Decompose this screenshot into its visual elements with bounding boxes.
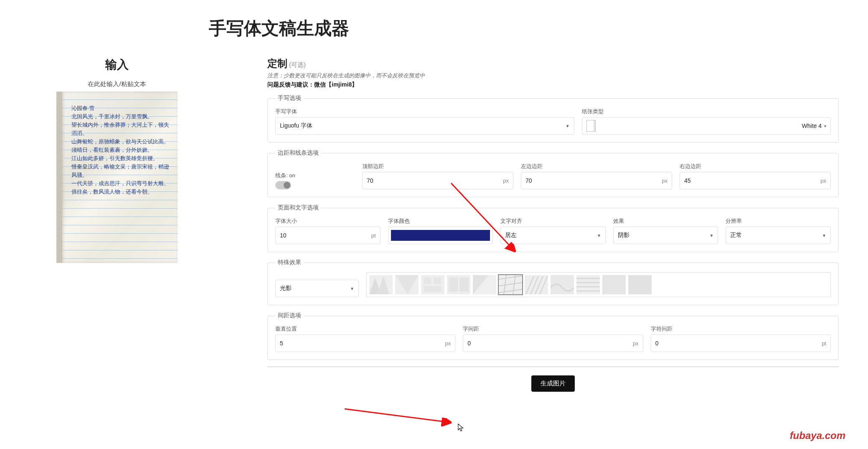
margin-top-input[interactable]: 70px xyxy=(362,172,513,189)
word-spacing-label: 字间距 xyxy=(463,325,643,333)
customize-heading: 定制 xyxy=(267,57,287,70)
fontcolor-label: 字体颜色 xyxy=(388,217,493,225)
shadow-option-4[interactable] xyxy=(473,275,496,294)
preview-notebook[interactable]: 沁园春·雪 北国风光，千里冰封，万里雪飘。 望长城内外，惟余莽莽；大河上下，顿失… xyxy=(56,92,178,263)
shadow-option-1[interactable] xyxy=(395,275,419,294)
svg-line-15 xyxy=(526,276,534,294)
margins-fieldset: 边距和线条选项 线条: on 顶部边距 70px 左边边距 xyxy=(267,149,839,197)
font-label: 手写字体 xyxy=(275,108,574,115)
chevron-down-icon: ▼ xyxy=(709,233,713,238)
margin-right-label: 右边边距 xyxy=(680,163,831,170)
svg-line-14 xyxy=(513,275,515,294)
shadow-option-6[interactable] xyxy=(525,275,548,294)
chevron-down-icon: ▼ xyxy=(566,124,570,128)
handwriting-fieldset: 手写选项 手写字体 Liguofu 字体 ▼ 纸张类型 White 4 ▾ xyxy=(267,94,839,143)
customize-optional: (可选) xyxy=(289,61,306,69)
paper-value: White 4 xyxy=(596,122,822,129)
paper-thumb-icon xyxy=(586,120,596,132)
page-fieldset: 页面和文字选项 字体大小 10pt 字体颜色 文字对齐 xyxy=(267,204,839,252)
shadow-option-3[interactable] xyxy=(447,275,470,294)
paper-label: 纸张类型 xyxy=(582,108,831,115)
input-column: 输入 在此处输入/粘贴文本 沁园春·雪 北国风光，千里冰封，万里雪飘。 望长城内… xyxy=(29,57,205,263)
special-legend: 特殊效果 xyxy=(275,259,304,266)
special-fieldset: 特殊效果 光影▼ xyxy=(267,259,839,305)
margins-legend: 边距和线条选项 xyxy=(275,149,321,157)
preview-text: 沁园春·雪 北国风光，千里冰封，万里雪飘。 望长城内外，惟余莽莽；大河上下，顿失… xyxy=(71,104,170,196)
effect-label: 效果 xyxy=(613,217,718,225)
svg-rect-5 xyxy=(424,286,441,292)
chevron-down-icon: ▼ xyxy=(597,233,601,238)
svg-line-16 xyxy=(530,276,538,294)
customize-note: 注意：少数更改可能只反映在生成的图像中，而不会反映在预览中 xyxy=(267,72,839,79)
feedback-value: 微信【imjimi8】 xyxy=(314,81,358,88)
letter-spacing-label: 字符间距 xyxy=(651,325,831,333)
align-label: 文字对齐 xyxy=(500,217,606,225)
fontsize-input[interactable]: 10pt xyxy=(275,227,381,244)
svg-line-12 xyxy=(499,289,522,293)
align-select[interactable]: 居左▼ xyxy=(500,227,606,244)
shadow-option-7[interactable] xyxy=(551,275,574,294)
fontsize-label: 字体大小 xyxy=(275,217,381,225)
margin-left-input[interactable]: 70px xyxy=(521,172,672,189)
shadow-option-0[interactable] xyxy=(369,275,393,294)
resolution-select[interactable]: 正常▼ xyxy=(726,227,831,244)
chevron-down-icon: ▾ xyxy=(824,124,826,128)
margin-right-input[interactable]: 45px xyxy=(680,172,831,189)
spacing-legend: 间距选项 xyxy=(275,312,304,319)
watermark: fubaya.com xyxy=(790,430,845,441)
shadow-option-5[interactable] xyxy=(499,275,522,294)
lines-toggle[interactable] xyxy=(275,181,291,189)
separator xyxy=(267,367,839,367)
effect-select[interactable]: 阴影▼ xyxy=(613,227,718,244)
vpos-label: 垂直位置 xyxy=(275,325,455,333)
resolution-label: 分辨率 xyxy=(726,217,831,225)
svg-line-18 xyxy=(540,276,548,294)
margin-top-label: 顶部边距 xyxy=(362,163,513,170)
feedback-label: 问题反馈与建议： xyxy=(267,81,314,88)
svg-rect-3 xyxy=(424,278,431,284)
handwriting-legend: 手写选项 xyxy=(275,94,304,102)
paper-select[interactable]: White 4 ▾ xyxy=(582,117,831,135)
shadow-option-9[interactable] xyxy=(602,275,626,294)
fontcolor-input[interactable] xyxy=(388,227,493,244)
input-subtitle: 在此处输入/粘贴文本 xyxy=(29,80,205,88)
svg-rect-6 xyxy=(449,278,458,292)
shadow-option-2[interactable] xyxy=(421,275,444,294)
svg-line-11 xyxy=(499,283,522,286)
svg-marker-1 xyxy=(378,276,389,294)
feedback-line: 问题反馈与建议：微信【imjimi8】 xyxy=(267,81,839,89)
word-spacing-input[interactable]: 0px xyxy=(463,334,643,352)
font-value: Liguofu 字体 xyxy=(280,122,563,130)
page-legend: 页面和文字选项 xyxy=(275,204,321,212)
font-select[interactable]: Liguofu 字体 ▼ xyxy=(275,117,574,135)
fontcolor-swatch xyxy=(391,230,490,241)
cursor-icon xyxy=(457,423,465,432)
svg-rect-7 xyxy=(459,278,469,292)
svg-rect-24 xyxy=(602,275,626,294)
svg-marker-2 xyxy=(395,275,419,294)
margin-left-label: 左边边距 xyxy=(521,163,672,170)
shadow-option-8[interactable] xyxy=(576,275,600,294)
lines-label: 线条: on xyxy=(275,172,355,179)
svg-line-10 xyxy=(499,276,522,279)
chevron-down-icon: ▼ xyxy=(350,286,354,291)
generate-button[interactable]: 生成图片 xyxy=(531,375,575,392)
letter-spacing-input[interactable]: 0pt xyxy=(651,334,831,352)
input-heading: 输入 xyxy=(29,57,205,73)
customize-column: 定制 (可选) 注意：少数更改可能只反映在生成的图像中，而不会反映在预览中 问题… xyxy=(205,57,839,392)
svg-rect-4 xyxy=(434,278,441,284)
shadow-option-10[interactable] xyxy=(628,275,652,294)
annotation-arrow-2 xyxy=(343,405,455,426)
svg-line-27 xyxy=(345,409,449,422)
special-select[interactable]: 光影▼ xyxy=(275,280,359,297)
svg-rect-25 xyxy=(628,275,652,294)
spacing-fieldset: 间距选项 垂直位置 5px 字间距 0px 字符间距 xyxy=(267,312,839,360)
vpos-input[interactable]: 5px xyxy=(275,334,455,352)
svg-line-17 xyxy=(535,276,543,294)
shadow-gallery xyxy=(366,272,831,297)
page-title: 手写体文稿生成器 xyxy=(209,17,868,40)
chevron-down-icon: ▼ xyxy=(822,233,826,238)
